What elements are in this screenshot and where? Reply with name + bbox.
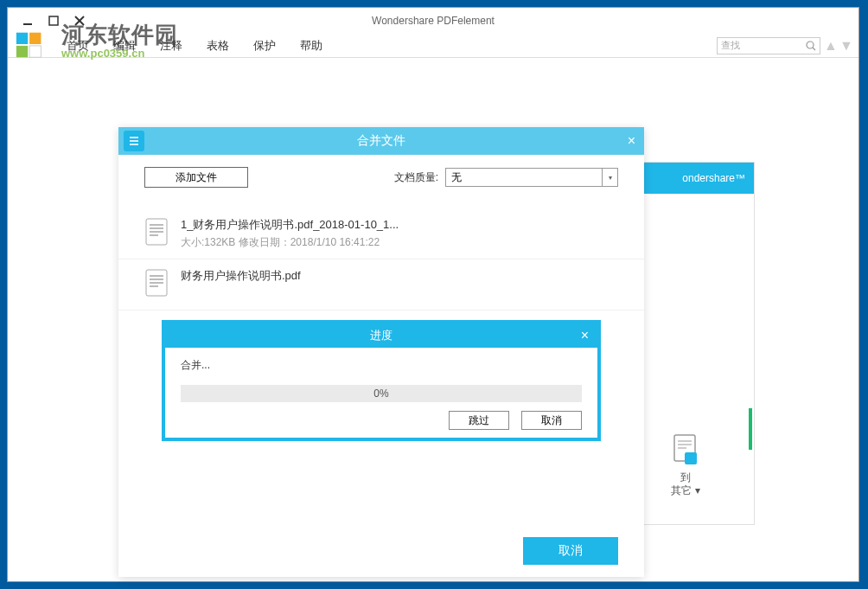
quality-label: 文档质量: <box>394 170 438 185</box>
svg-rect-5 <box>29 32 41 43</box>
search-icon <box>806 41 816 51</box>
svg-rect-13 <box>678 447 686 449</box>
svg-rect-20 <box>150 227 163 229</box>
progress-header: 进度 × <box>165 323 597 348</box>
merge-dialog-title: 合并文件 <box>357 133 405 149</box>
svg-line-9 <box>813 48 815 50</box>
file-info: 1_财务用户操作说明书.pdf_2018-01-10_1... 大小:132KB… <box>181 217 618 250</box>
svg-rect-14 <box>685 452 697 464</box>
convert-to-other[interactable]: 到 其它 ▾ <box>671 433 700 498</box>
svg-rect-22 <box>150 234 158 236</box>
progress-cancel-button[interactable]: 取消 <box>521 411 582 430</box>
nav-down-icon[interactable]: ▼ <box>839 38 853 54</box>
progress-title: 进度 <box>370 328 393 343</box>
svg-rect-4 <box>16 32 28 43</box>
search-input[interactable]: 查找 <box>717 37 820 54</box>
file-list: 1_财务用户操作说明书.pdf_2018-01-10_1... 大小:132KB… <box>118 200 644 319</box>
progress-status-label: 合并... <box>181 358 582 373</box>
merge-dialog-header: 合并文件 × <box>118 127 644 155</box>
progress-percent: 0% <box>373 387 388 400</box>
search-placeholder: 查找 <box>721 39 806 52</box>
file-info: 财务用户操作说明书.pdf <box>181 268 618 286</box>
progress-bar: 0% <box>181 385 582 402</box>
svg-rect-24 <box>150 275 163 277</box>
menu-right: 查找 ▲ ▼ <box>717 37 853 54</box>
hamburger-icon[interactable] <box>124 131 144 151</box>
svg-rect-12 <box>678 444 692 445</box>
svg-point-8 <box>807 42 814 48</box>
progress-body: 合并... 0% 跳过 取消 <box>165 348 597 440</box>
file-name: 财务用户操作说明书.pdf <box>181 268 618 284</box>
file-name: 1_财务用户操作说明书.pdf_2018-01-10_1... <box>181 217 618 233</box>
quality-control: 文档质量: 无 ▾ <box>394 168 618 187</box>
svg-rect-11 <box>678 440 692 442</box>
chevron-down-icon: ▾ <box>602 169 617 186</box>
menu-edit[interactable]: 编辑 <box>101 35 148 57</box>
pdf-file-icon <box>144 217 169 250</box>
app-window: Wondershare PDFelement 首页 编辑 注释 表格 <box>7 7 859 582</box>
quality-value: 无 <box>451 170 462 185</box>
close-button[interactable] <box>67 10 93 31</box>
add-file-button[interactable]: 添加文件 <box>144 167 248 188</box>
merge-cancel-button[interactable]: 取消 <box>523 537 618 565</box>
svg-rect-26 <box>150 282 163 284</box>
menu-annotate[interactable]: 注释 <box>148 35 195 57</box>
progress-actions: 跳过 取消 <box>181 411 582 430</box>
green-accent <box>749 408 752 450</box>
progress-dialog: 进度 × 合并... 0% 跳过 取消 <box>162 320 601 441</box>
file-meta: 大小:132KB 修改日期：2018/1/10 16:41:22 <box>181 235 618 250</box>
quality-select[interactable]: 无 ▾ <box>445 168 618 187</box>
svg-rect-6 <box>16 45 28 56</box>
svg-rect-21 <box>150 231 163 233</box>
menu-help[interactable]: 帮助 <box>288 35 335 57</box>
nav-up-icon[interactable]: ▲ <box>824 38 838 54</box>
svg-rect-7 <box>29 45 41 56</box>
file-row[interactable]: 财务用户操作说明书.pdf <box>118 259 644 311</box>
skip-button[interactable]: 跳过 <box>449 411 509 430</box>
menu-forms[interactable]: 表格 <box>195 35 241 57</box>
svg-rect-27 <box>150 285 158 287</box>
menu-home[interactable]: 首页 <box>54 35 101 57</box>
nav-arrows: ▲ ▼ <box>824 38 853 54</box>
window-title: Wondershare PDFelement <box>372 15 495 27</box>
svg-rect-25 <box>150 278 163 280</box>
titlebar: Wondershare PDFelement <box>8 8 858 34</box>
merge-close-icon[interactable]: × <box>628 133 635 149</box>
file-row[interactable]: 1_财务用户操作说明书.pdf_2018-01-10_1... 大小:132KB… <box>118 208 644 259</box>
merge-toolbar: 添加文件 文档质量: 无 ▾ <box>118 155 644 200</box>
merge-footer: 取消 <box>118 525 644 577</box>
convert-label: 到 其它 ▾ <box>671 471 699 498</box>
progress-close-icon[interactable]: × <box>581 328 589 343</box>
document-export-icon <box>671 433 700 468</box>
svg-rect-19 <box>150 224 163 226</box>
content-area: ondershare™ 到 其它 ▾ <box>8 58 858 581</box>
menu-protect[interactable]: 保护 <box>241 35 288 57</box>
app-logo <box>13 21 54 55</box>
menubar: 首页 编辑 注释 表格 保护 帮助 查找 ▲ ▼ <box>8 34 858 58</box>
pdf-file-icon <box>144 268 169 301</box>
